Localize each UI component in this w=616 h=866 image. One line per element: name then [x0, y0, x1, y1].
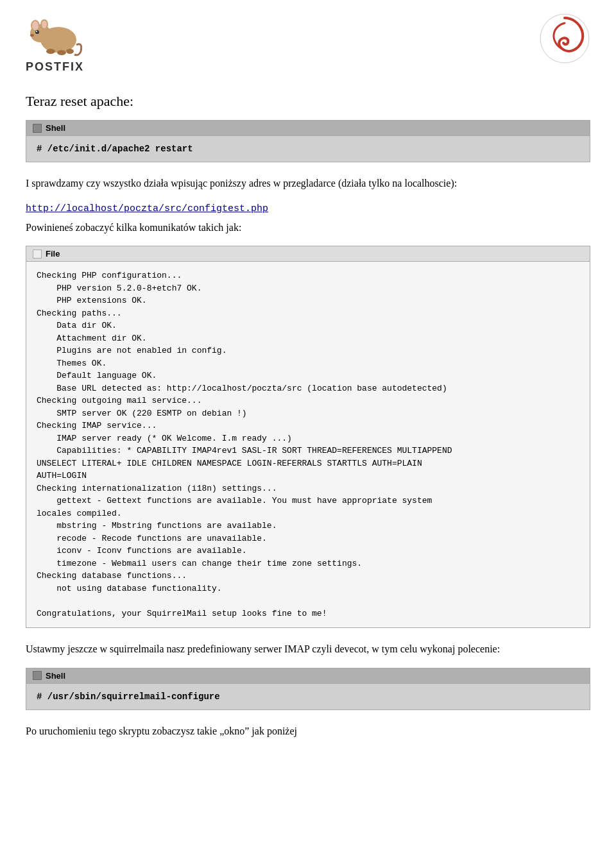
file-content: Checking PHP configuration... PHP versio…	[26, 262, 590, 627]
svg-point-9	[46, 49, 55, 54]
debian-logo	[539, 13, 590, 67]
section2-body: I sprawdzamy czy wszystko działa wpisują…	[26, 175, 590, 192]
shell-title-bar-2: Shell	[26, 668, 590, 684]
section4-body: Po uruchomieniu tego skryptu zobaczysz t…	[26, 723, 590, 740]
postfix-label: POSTFIX	[26, 60, 84, 74]
page-header: POSTFIX	[26, 13, 590, 74]
config-test-link[interactable]: http://localhost/poczta/src/configtest.p…	[26, 203, 268, 214]
section3-body: Ustawmy jeszcze w squirrelmaila nasz pre…	[26, 641, 590, 658]
postfix-animal-icon	[26, 13, 84, 58]
file-label: File	[46, 249, 60, 259]
shell-command-2: # /usr/sbin/squirrelmail-configure	[26, 684, 590, 709]
shell-box-2: Shell # /usr/sbin/squirrelmail-configure	[26, 668, 590, 710]
postfix-logo: POSTFIX	[26, 13, 84, 74]
file-title-bar: File	[26, 246, 590, 262]
shell-icon-2	[33, 671, 42, 680]
file-icon	[33, 250, 42, 259]
shell-label-1: Shell	[46, 123, 65, 133]
svg-point-10	[57, 50, 66, 55]
svg-point-8	[30, 34, 34, 37]
svg-point-5	[42, 21, 47, 28]
shell-label-2: Shell	[46, 671, 65, 681]
svg-point-11	[66, 49, 74, 54]
svg-point-6	[35, 30, 39, 34]
section2-description: Powinieneś zobaczyć kilka komunikatów ta…	[26, 219, 590, 236]
section1-heading: Teraz reset apache:	[26, 93, 590, 110]
svg-point-7	[36, 31, 37, 32]
shell-box-1: Shell # /etc/init.d/apache2 restart	[26, 120, 590, 162]
shell-icon-1	[33, 124, 42, 133]
file-box: File Checking PHP configuration... PHP v…	[26, 246, 590, 628]
debian-logo-icon	[539, 13, 590, 64]
shell-title-bar-1: Shell	[26, 121, 590, 136]
shell-command-1: # /etc/init.d/apache2 restart	[26, 136, 590, 162]
svg-point-3	[32, 21, 38, 30]
